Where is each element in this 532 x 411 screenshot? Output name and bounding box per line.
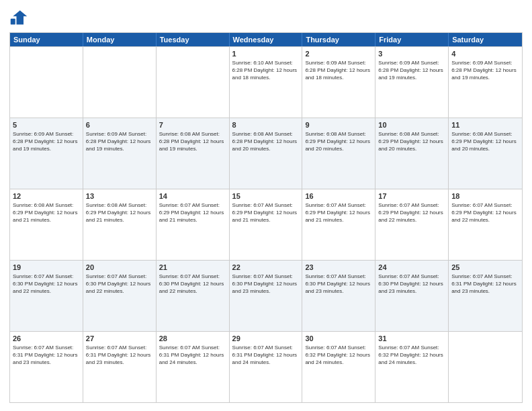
calendar-cell-24: 24Sunrise: 6:07 AM Sunset: 6:30 PM Dayli… (375, 261, 449, 331)
calendar-cell-19: 19Sunrise: 6:07 AM Sunset: 6:30 PM Dayli… (10, 261, 83, 331)
calendar-cell-14: 14Sunrise: 6:07 AM Sunset: 6:29 PM Dayli… (157, 189, 230, 260)
cell-date-number: 6 (86, 120, 153, 130)
calendar-cell-31: 31Sunrise: 6:07 AM Sunset: 6:32 PM Dayli… (375, 332, 449, 402)
calendar-cell-9: 9Sunrise: 6:08 AM Sunset: 6:29 PM Daylig… (302, 118, 375, 189)
cell-info-text: Sunrise: 6:08 AM Sunset: 6:29 PM Dayligh… (451, 131, 519, 152)
svg-rect-1 (11, 19, 15, 25)
calendar-row-0: 1Sunrise: 6:10 AM Sunset: 6:28 PM Daylig… (10, 46, 522, 118)
day-header-wednesday: Wednesday (230, 33, 303, 46)
calendar-cell-7: 7Sunrise: 6:08 AM Sunset: 6:28 PM Daylig… (157, 118, 230, 189)
cell-info-text: Sunrise: 6:07 AM Sunset: 6:31 PM Dayligh… (451, 273, 519, 295)
calendar-cell-8: 8Sunrise: 6:08 AM Sunset: 6:28 PM Daylig… (230, 118, 303, 189)
calendar-cell-empty (83, 47, 157, 118)
cell-date-number: 26 (13, 334, 80, 343)
calendar-cell-4: 4Sunrise: 6:09 AM Sunset: 6:28 PM Daylig… (449, 47, 522, 118)
cell-info-text: Sunrise: 6:09 AM Sunset: 6:28 PM Dayligh… (451, 60, 519, 81)
cell-info-text: Sunrise: 6:07 AM Sunset: 6:30 PM Dayligh… (86, 273, 153, 295)
cell-info-text: Sunrise: 6:08 AM Sunset: 6:28 PM Dayligh… (159, 131, 226, 152)
cell-date-number: 15 (232, 191, 300, 201)
cell-date-number: 25 (451, 263, 519, 272)
cell-date-number: 27 (86, 334, 153, 343)
cell-date-number: 17 (378, 191, 445, 201)
calendar-cell-empty (157, 47, 230, 118)
cell-date-number: 1 (232, 49, 300, 58)
calendar-cell-28: 28Sunrise: 6:07 AM Sunset: 6:31 PM Dayli… (157, 332, 230, 402)
cell-info-text: Sunrise: 6:07 AM Sunset: 6:29 PM Dayligh… (232, 202, 300, 224)
calendar-cell-1: 1Sunrise: 6:10 AM Sunset: 6:28 PM Daylig… (230, 47, 303, 118)
cell-date-number: 4 (451, 49, 519, 58)
cell-info-text: Sunrise: 6:10 AM Sunset: 6:28 PM Dayligh… (232, 60, 300, 81)
calendar-cell-empty (10, 47, 83, 118)
cell-info-text: Sunrise: 6:07 AM Sunset: 6:30 PM Dayligh… (378, 273, 445, 295)
calendar-row-3: 19Sunrise: 6:07 AM Sunset: 6:30 PM Dayli… (10, 260, 522, 331)
cell-info-text: Sunrise: 6:09 AM Sunset: 6:28 PM Dayligh… (86, 131, 153, 152)
calendar-cell-15: 15Sunrise: 6:07 AM Sunset: 6:29 PM Dayli… (230, 189, 303, 260)
cell-info-text: Sunrise: 6:09 AM Sunset: 6:28 PM Dayligh… (305, 60, 372, 81)
cell-info-text: Sunrise: 6:07 AM Sunset: 6:32 PM Dayligh… (305, 345, 372, 366)
day-header-thursday: Thursday (302, 33, 375, 46)
header (9, 8, 523, 27)
cell-info-text: Sunrise: 6:07 AM Sunset: 6:31 PM Dayligh… (159, 345, 226, 366)
cell-info-text: Sunrise: 6:07 AM Sunset: 6:30 PM Dayligh… (159, 273, 226, 295)
cell-date-number: 20 (86, 263, 153, 272)
day-header-friday: Friday (375, 33, 449, 46)
cell-info-text: Sunrise: 6:07 AM Sunset: 6:29 PM Dayligh… (451, 202, 519, 224)
cell-info-text: Sunrise: 6:07 AM Sunset: 6:30 PM Dayligh… (305, 273, 372, 295)
cell-info-text: Sunrise: 6:07 AM Sunset: 6:29 PM Dayligh… (159, 202, 226, 224)
calendar-row-2: 12Sunrise: 6:08 AM Sunset: 6:29 PM Dayli… (10, 189, 522, 260)
calendar-cell-17: 17Sunrise: 6:07 AM Sunset: 6:29 PM Dayli… (375, 189, 449, 260)
cell-info-text: Sunrise: 6:07 AM Sunset: 6:29 PM Dayligh… (305, 202, 372, 224)
cell-date-number: 11 (451, 120, 519, 130)
calendar: SundayMondayTuesdayWednesdayThursdayFrid… (9, 32, 523, 403)
cell-date-number: 2 (305, 49, 372, 58)
cell-info-text: Sunrise: 6:07 AM Sunset: 6:31 PM Dayligh… (86, 345, 153, 366)
calendar-cell-22: 22Sunrise: 6:07 AM Sunset: 6:30 PM Dayli… (230, 261, 303, 331)
cell-date-number: 13 (86, 191, 153, 201)
cell-date-number: 22 (232, 263, 300, 272)
cell-info-text: Sunrise: 6:09 AM Sunset: 6:28 PM Dayligh… (378, 60, 445, 81)
cell-date-number: 9 (305, 120, 372, 130)
cell-date-number: 31 (378, 334, 445, 343)
cell-date-number: 18 (451, 191, 519, 201)
calendar-cell-3: 3Sunrise: 6:09 AM Sunset: 6:28 PM Daylig… (375, 47, 449, 118)
cell-date-number: 23 (305, 263, 372, 272)
cell-info-text: Sunrise: 6:07 AM Sunset: 6:29 PM Dayligh… (378, 202, 445, 224)
day-header-saturday: Saturday (449, 33, 522, 46)
cell-info-text: Sunrise: 6:08 AM Sunset: 6:29 PM Dayligh… (13, 202, 80, 224)
calendar-cell-26: 26Sunrise: 6:07 AM Sunset: 6:31 PM Dayli… (10, 332, 83, 402)
cell-date-number: 24 (378, 263, 445, 272)
calendar-cell-5: 5Sunrise: 6:09 AM Sunset: 6:28 PM Daylig… (10, 118, 83, 189)
cell-date-number: 7 (159, 120, 226, 130)
cell-info-text: Sunrise: 6:07 AM Sunset: 6:31 PM Dayligh… (232, 345, 300, 366)
cell-date-number: 12 (13, 191, 80, 201)
calendar-row-1: 5Sunrise: 6:09 AM Sunset: 6:28 PM Daylig… (10, 118, 522, 189)
cell-info-text: Sunrise: 6:08 AM Sunset: 6:29 PM Dayligh… (86, 202, 153, 224)
cell-date-number: 21 (159, 263, 226, 272)
calendar-cell-30: 30Sunrise: 6:07 AM Sunset: 6:32 PM Dayli… (302, 332, 375, 402)
cell-date-number: 30 (305, 334, 372, 343)
calendar-header: SundayMondayTuesdayWednesdayThursdayFrid… (10, 33, 522, 46)
calendar-cell-13: 13Sunrise: 6:08 AM Sunset: 6:29 PM Dayli… (83, 189, 157, 260)
cell-date-number: 14 (159, 191, 226, 201)
cell-info-text: Sunrise: 6:08 AM Sunset: 6:29 PM Dayligh… (305, 131, 372, 152)
day-header-tuesday: Tuesday (157, 33, 230, 46)
cell-info-text: Sunrise: 6:07 AM Sunset: 6:32 PM Dayligh… (378, 345, 445, 366)
calendar-cell-6: 6Sunrise: 6:09 AM Sunset: 6:28 PM Daylig… (83, 118, 157, 189)
calendar-cell-20: 20Sunrise: 6:07 AM Sunset: 6:30 PM Dayli… (83, 261, 157, 331)
cell-date-number: 8 (232, 120, 300, 130)
calendar-cell-16: 16Sunrise: 6:07 AM Sunset: 6:29 PM Dayli… (302, 189, 375, 260)
calendar-cell-11: 11Sunrise: 6:08 AM Sunset: 6:29 PM Dayli… (449, 118, 522, 189)
cell-date-number: 16 (305, 191, 372, 201)
cell-info-text: Sunrise: 6:08 AM Sunset: 6:29 PM Dayligh… (378, 131, 445, 152)
cell-info-text: Sunrise: 6:07 AM Sunset: 6:30 PM Dayligh… (13, 273, 80, 295)
cell-date-number: 28 (159, 334, 226, 343)
cell-date-number: 3 (378, 49, 445, 58)
cell-info-text: Sunrise: 6:07 AM Sunset: 6:30 PM Dayligh… (232, 273, 300, 295)
calendar-cell-23: 23Sunrise: 6:07 AM Sunset: 6:30 PM Dayli… (302, 261, 375, 331)
calendar-cell-27: 27Sunrise: 6:07 AM Sunset: 6:31 PM Dayli… (83, 332, 157, 402)
calendar-cell-21: 21Sunrise: 6:07 AM Sunset: 6:30 PM Dayli… (157, 261, 230, 331)
calendar-cell-25: 25Sunrise: 6:07 AM Sunset: 6:31 PM Dayli… (449, 261, 522, 331)
cell-date-number: 5 (13, 120, 80, 130)
day-header-sunday: Sunday (10, 33, 83, 46)
calendar-cell-12: 12Sunrise: 6:08 AM Sunset: 6:29 PM Dayli… (10, 189, 83, 260)
